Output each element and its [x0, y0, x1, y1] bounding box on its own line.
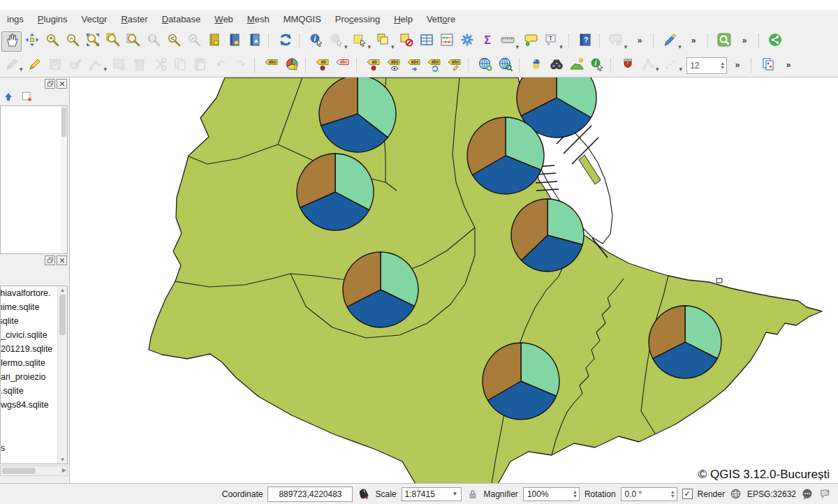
menu-item-help[interactable]: Help — [387, 11, 420, 27]
text-annotation-dropdown-arrow[interactable]: ▾ — [559, 43, 563, 50]
toolbar-overflow-2-button[interactable]: » — [684, 31, 704, 52]
mouse-extent-toggle-icon[interactable] — [358, 488, 370, 501]
menu-item-mmqgis[interactable]: MMQGIS — [277, 11, 328, 27]
pin-labels-button[interactable]: ab — [312, 56, 332, 76]
messages-bubble-icon[interactable] — [801, 488, 814, 501]
zoom-last-button[interactable]: < — [163, 31, 184, 52]
offset-point-symbols-button[interactable] — [758, 56, 778, 76]
pan-to-selection-icon — [24, 32, 40, 50]
layer-labeling-options-button[interactable]: abc — [261, 56, 281, 76]
collapse-all-icon[interactable] — [1, 89, 15, 103]
file-list-vscrollbar[interactable]: ▲▼ — [57, 286, 67, 464]
menu-item-web[interactable]: Web — [207, 11, 240, 27]
zoom-to-selection-icon — [105, 32, 121, 50]
statistics-button[interactable] — [437, 31, 457, 52]
metasearch-button[interactable] — [495, 56, 515, 76]
toolbar-overflow-5-button[interactable]: » — [778, 56, 798, 76]
change-label-button[interactable]: abc — [444, 56, 464, 76]
zoom-full-extent-button[interactable] — [82, 31, 103, 52]
select-features-button[interactable] — [350, 31, 370, 52]
coordinate-input[interactable] — [267, 487, 353, 502]
zoom-next-button: > — [184, 31, 204, 52]
dock1-float-button[interactable] — [45, 79, 55, 89]
move-label-button[interactable]: abc — [404, 56, 424, 76]
measure-dropdown-arrow[interactable]: ▾ — [516, 43, 520, 50]
zoom-out-button[interactable]: − — [62, 31, 82, 52]
run-feature-action-button — [326, 31, 346, 52]
toolbar-separator — [599, 34, 604, 48]
bookmark-manager-button[interactable] — [244, 31, 265, 52]
menu-item-vettore[interactable]: Vettore — [420, 11, 462, 27]
new-bookmark-button[interactable] — [204, 31, 224, 52]
python-console-button[interactable] — [526, 56, 546, 76]
layers-list[interactable] — [0, 105, 68, 254]
menu-item-raster[interactable]: Raster — [114, 11, 154, 27]
menu-item-processing[interactable]: Processing — [328, 11, 387, 27]
quick-map-edit-button[interactable] — [660, 31, 680, 52]
filter-legend-icon[interactable] — [20, 89, 34, 103]
dock2-float-button[interactable] — [45, 255, 55, 265]
file-browser-list[interactable]: chiavalfortore.inime.sqlite.sqliteo_civi… — [0, 286, 68, 464]
toolbar-separator — [268, 34, 273, 48]
map-tips-button[interactable] — [521, 31, 541, 52]
show-bookmarks-button[interactable] — [224, 31, 244, 52]
svg-text:»: » — [735, 60, 740, 70]
pan-to-selection-button[interactable] — [22, 31, 42, 52]
scale-combo[interactable]: 1:87415▼ — [402, 487, 462, 501]
highlight-pinned-labels-button[interactable]: abc — [332, 56, 353, 76]
help-contents-button[interactable]: ? — [575, 31, 596, 52]
statistical-summary-button[interactable]: Σ — [478, 31, 498, 52]
svg-text:i: i — [594, 59, 596, 67]
zoom-in-button[interactable]: + — [42, 31, 62, 52]
search-layers-button[interactable] — [546, 56, 566, 76]
add-web-service-button[interactable] — [475, 56, 495, 76]
open-attribute-table-button[interactable] — [417, 31, 437, 52]
crs-globe-icon[interactable] — [730, 488, 742, 501]
deselect-features-icon — [399, 32, 414, 50]
deselect-features-button[interactable] — [397, 31, 417, 52]
enable-snapping-button[interactable] — [617, 56, 638, 76]
toolbar-overflow-1-button[interactable]: » — [629, 31, 649, 52]
osm-info-button[interactable]: i — [587, 56, 607, 76]
rotate-label-button[interactable]: abc — [424, 56, 444, 76]
osm-place-search-button[interactable] — [714, 31, 735, 52]
dock1-close-icon[interactable] — [57, 79, 67, 89]
pan-map-button[interactable] — [1, 31, 22, 52]
zoom-to-layer-button[interactable] — [123, 31, 143, 52]
identify-features-button[interactable]: i — [306, 31, 326, 52]
text-annotation-button[interactable]: T — [541, 31, 561, 52]
menu-item-vector[interactable]: Vector — [75, 11, 115, 27]
toolbar-overflow-4-button[interactable]: » — [727, 56, 747, 76]
pin-unpin-labels-button[interactable]: ab — [363, 56, 383, 76]
layer-diagram-options-button[interactable] — [281, 56, 302, 76]
render-checkbox[interactable]: ✓ — [682, 489, 693, 499]
terrain-tools-button[interactable] — [566, 56, 587, 76]
dock2-close-icon[interactable] — [57, 255, 67, 265]
log-messages-icon[interactable] — [818, 488, 831, 501]
scale-lock-icon[interactable] — [466, 488, 479, 501]
measure-button[interactable] — [498, 31, 518, 52]
map-canvas[interactable]: © QGIS 3.12.0-București — [70, 77, 838, 484]
share-button[interactable] — [765, 31, 786, 52]
select-by-form-dropdown-arrow[interactable]: ▾ — [391, 43, 395, 50]
save-edits-button — [45, 56, 66, 76]
menu-item-database[interactable]: Database — [155, 11, 208, 27]
menu-item-mesh[interactable]: Mesh — [240, 11, 277, 27]
magnifier-spinbox[interactable]: 100%▲▼ — [523, 487, 580, 501]
menu-item-plugins[interactable]: Plugins — [31, 11, 75, 27]
svg-text:ab: ab — [321, 59, 326, 64]
toggle-editing-button[interactable] — [25, 56, 45, 76]
show-hide-labels-button[interactable]: abc — [383, 56, 404, 76]
menu-item-ings[interactable]: ings — [0, 11, 31, 27]
rotation-spinbox[interactable]: 0.0 °▲▼ — [621, 487, 677, 501]
layers-scrollbar[interactable] — [61, 106, 67, 253]
refresh-map-button[interactable] — [275, 31, 295, 52]
file-list-hscrollbar[interactable]: ▶ — [0, 466, 68, 476]
quick-map-edit-dropdown-arrow[interactable]: ▾ — [678, 43, 682, 50]
zoom-to-selection-button[interactable] — [103, 31, 123, 52]
select-features-dropdown-arrow[interactable]: ▾ — [368, 43, 372, 50]
snap-tolerance-spinbox[interactable]: ▲▼ — [686, 57, 727, 74]
select-by-form-button[interactable] — [373, 31, 393, 52]
toolbar-overflow-3-button[interactable]: » — [735, 31, 755, 52]
processing-toolbox-button[interactable] — [457, 31, 478, 52]
